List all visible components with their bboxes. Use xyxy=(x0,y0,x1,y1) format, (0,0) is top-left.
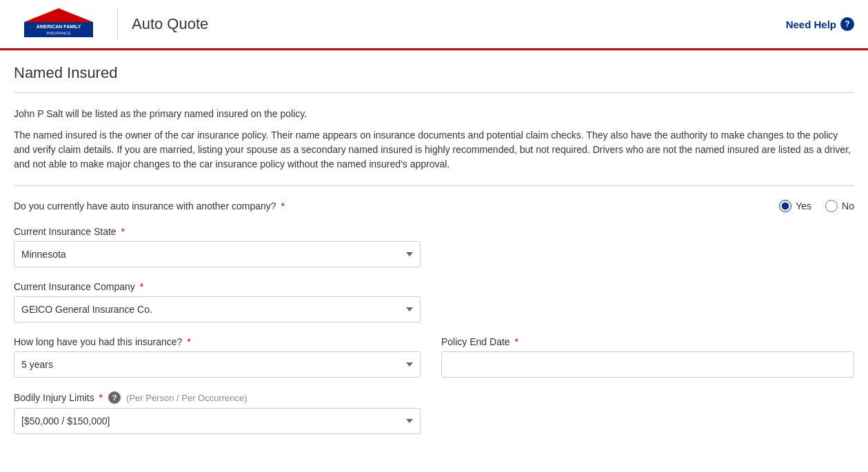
svg-marker-0 xyxy=(24,8,93,22)
amfam-logo: AMERICAN FAMILY INSURANCE xyxy=(14,7,103,41)
app-header: AMERICAN FAMILY INSURANCE Auto Quote Nee… xyxy=(0,0,868,50)
svg-text:AMERICAN FAMILY: AMERICAN FAMILY xyxy=(37,24,81,29)
no-radio-label: No xyxy=(842,201,854,212)
current-company-label: Current Insurance Company * xyxy=(14,281,854,292)
bodily-injury-select[interactable]: [$25,000 / $50,000] [$50,000 / $100,000]… xyxy=(14,408,421,434)
current-company-select[interactable]: GEICO General Insurance Co. State Farm A… xyxy=(14,296,421,322)
page-title: Named Insured xyxy=(14,64,854,82)
form-section: Do you currently have auto insurance wit… xyxy=(14,200,854,434)
required-star-how-long: * xyxy=(184,336,190,347)
current-state-label: Current Insurance State * xyxy=(14,226,854,237)
header-right: Need Help ? xyxy=(786,17,854,31)
yes-radio-input[interactable] xyxy=(779,200,791,212)
no-radio-input[interactable] xyxy=(825,200,838,212)
policy-end-date-input[interactable]: 09/21/2019 xyxy=(441,351,854,378)
required-star-company: * xyxy=(137,281,143,292)
current-state-select[interactable]: Minnesota Wisconsin Iowa Illinois xyxy=(14,241,421,267)
auto-insurance-question-row: Do you currently have auto insurance wit… xyxy=(14,200,854,212)
help-question-icon[interactable]: ? xyxy=(840,17,854,31)
auto-insurance-question-text: Do you currently have auto insurance wit… xyxy=(14,201,276,212)
how-long-label-text: How long have you had this insurance? xyxy=(14,336,182,347)
bodily-injury-help-icon[interactable]: ? xyxy=(108,391,121,404)
svg-text:INSURANCE: INSURANCE xyxy=(46,31,70,35)
page-content: Named Insured John P Salt will be listed… xyxy=(0,50,868,462)
logo-area: AMERICAN FAMILY INSURANCE xyxy=(14,7,103,41)
info-paragraph: The named insured is the owner of the ca… xyxy=(14,128,854,172)
title-divider xyxy=(14,92,854,93)
bodily-injury-group: Bodily Injury Limits * ? (Per Person / P… xyxy=(14,391,854,434)
app-title: Auto Quote xyxy=(132,15,208,33)
required-star-question: * xyxy=(279,201,285,212)
info-block: John P Salt will be listed as the primar… xyxy=(14,107,854,172)
policy-end-date-label: Policy End Date * xyxy=(441,336,854,347)
no-radio-option[interactable]: No xyxy=(825,200,854,212)
how-long-label: How long have you had this insurance? * xyxy=(14,336,421,347)
policy-end-date-label-text: Policy End Date xyxy=(441,336,510,347)
yes-radio-option[interactable]: Yes xyxy=(779,200,811,212)
header-divider xyxy=(117,9,118,40)
how-long-policy-row: How long have you had this insurance? * … xyxy=(14,336,854,391)
required-star-state: * xyxy=(119,226,125,237)
how-long-col: How long have you had this insurance? * … xyxy=(14,336,421,391)
required-star-policy-end: * xyxy=(512,336,518,347)
current-state-group: Current Insurance State * Minnesota Wisc… xyxy=(14,226,854,267)
policy-end-date-group: Policy End Date * 09/21/2019 xyxy=(441,336,854,378)
yes-no-radio-group: Yes No xyxy=(779,200,854,212)
how-long-group: How long have you had this insurance? * … xyxy=(14,336,421,378)
bodily-injury-label-text: Bodily Injury Limits xyxy=(14,392,94,403)
primary-insured-text: John P Salt will be listed as the primar… xyxy=(14,107,854,121)
need-help-link[interactable]: Need Help xyxy=(786,19,836,30)
current-company-label-text: Current Insurance Company xyxy=(14,281,135,292)
yes-radio-label: Yes xyxy=(796,201,811,212)
how-long-select[interactable]: Less than 6 months 6 months - 1 year 1 y… xyxy=(14,351,421,378)
bodily-injury-label-row: Bodily Injury Limits * ? (Per Person / P… xyxy=(14,391,854,404)
current-state-label-text: Current Insurance State xyxy=(14,226,117,237)
auto-insurance-question-label: Do you currently have auto insurance wit… xyxy=(14,201,779,212)
form-divider xyxy=(14,185,854,186)
policy-end-date-col: Policy End Date * 09/21/2019 xyxy=(441,336,854,391)
current-company-group: Current Insurance Company * GEICO Genera… xyxy=(14,281,854,322)
required-star-bodily: * xyxy=(97,392,103,403)
bodily-injury-label: Bodily Injury Limits * xyxy=(14,392,103,403)
bodily-injury-hint: (Per Person / Per Occurrence) xyxy=(126,393,248,403)
